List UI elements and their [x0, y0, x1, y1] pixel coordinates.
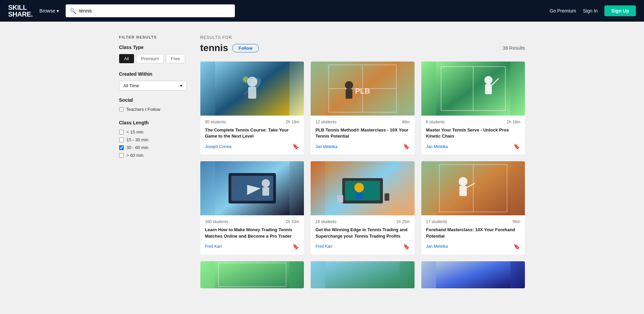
results-header: tennis Follow 38 Results	[200, 43, 525, 53]
course-info-1: 95 students 2h 19m The Complete Tennis C…	[200, 116, 304, 154]
course-card-6[interactable]: 17 students 56m Forehand Masterclass: 10…	[421, 161, 525, 254]
svg-point-33	[459, 177, 467, 186]
social-label: Social	[119, 97, 187, 103]
course-footer-6: Jan Metelka 🔖	[426, 243, 520, 250]
course-card-9[interactable]	[421, 261, 525, 288]
course-author-6[interactable]: Jan Metelka	[426, 244, 448, 249]
course-footer-2: Jan Metelka 🔖	[315, 143, 410, 150]
course-thumbnail-5	[311, 161, 415, 215]
course-info-6: 17 students 56m Forehand Masterclass: 10…	[421, 215, 525, 254]
course-card-4[interactable]: 160 students 2h 33m Learn How to Make Mo…	[200, 161, 304, 254]
course-card-3[interactable]: 6 students 2h 18m Master Your Tennis Ser…	[421, 62, 525, 154]
class-type-buttons: All Premium Free	[119, 54, 187, 63]
course-author-3[interactable]: Jan Metelka	[426, 144, 448, 149]
chevron-down-icon: ▾	[57, 8, 59, 14]
course-duration-3: 2h 18m	[507, 120, 520, 124]
class-type-section: Class Type All Premium Free	[119, 45, 187, 63]
course-card-5[interactable]: 18 students 1h 25m Get the Winning Edge …	[311, 161, 415, 254]
course-meta-6: 17 students 56m	[426, 219, 520, 224]
sign-in-button[interactable]: Sign In	[583, 8, 598, 14]
class-type-all[interactable]: All	[119, 54, 134, 63]
course-meta-3: 6 students 2h 18m	[426, 120, 520, 124]
course-info-4: 160 students 2h 33m Learn How to Make Mo…	[200, 215, 304, 254]
course-duration-1: 2h 19m	[286, 120, 299, 124]
course-author-5[interactable]: Fred Karr	[315, 244, 333, 249]
course-info-5: 18 students 1h 25m Get the Winning Edge …	[311, 215, 415, 254]
bookmark-icon-6[interactable]: 🔖	[513, 243, 520, 250]
bookmark-icon-2[interactable]: 🔖	[403, 143, 410, 150]
class-type-premium[interactable]: Premium	[136, 54, 164, 63]
go-premium-button[interactable]: Go Premium	[550, 8, 576, 14]
teachers-follow-item: Teachers I Follow	[119, 107, 187, 112]
course-students-2: 12 students	[315, 120, 336, 124]
course-duration-4: 2h 33m	[286, 219, 299, 224]
course-thumbnail-8	[311, 261, 415, 288]
chevron-down-icon: ▾	[180, 83, 182, 88]
class-length-15-30-label: 15 - 30 min	[127, 137, 149, 142]
svg-point-2	[247, 77, 257, 87]
search-input[interactable]	[79, 8, 231, 14]
course-duration-5: 1h 25m	[396, 219, 410, 224]
course-thumbnail-4	[200, 161, 304, 215]
course-card-1[interactable]: 🎾 95 students 2h 19m The Complete Tennis…	[200, 62, 304, 154]
course-students-4: 160 students	[205, 219, 228, 224]
svg-point-26	[354, 183, 364, 192]
class-length-section: Class Length < 15 min 15 - 30 min 30 - 6…	[119, 120, 187, 158]
class-length-15-30-checkbox[interactable]	[119, 138, 124, 142]
svg-rect-15	[485, 84, 492, 94]
course-thumbnail-1: 🎾	[200, 62, 304, 116]
course-author-1[interactable]: Joseph Correa	[205, 144, 232, 149]
bookmark-icon-4[interactable]: 🔖	[292, 243, 299, 250]
logo-text: SKILL SHARE.	[8, 4, 33, 18]
course-title-5: Get the Winning Edge in Tennis Trading a…	[315, 227, 410, 239]
class-length-label: Class Length	[119, 120, 187, 125]
follow-button[interactable]: Follow	[232, 44, 259, 52]
class-length-60-label: > 60 min	[127, 153, 143, 158]
results-for-label: RESULTS FOR	[200, 35, 525, 40]
results-count: 38 Results	[503, 45, 525, 51]
course-title-6: Forehand Masterclass: 10X Your Forehand …	[426, 227, 520, 239]
class-length-30-60-checkbox[interactable]	[119, 145, 124, 150]
class-length-15-item: < 15 min	[119, 129, 187, 135]
class-type-free[interactable]: Free	[166, 54, 185, 63]
search-bar: 🔍	[66, 4, 235, 17]
created-within-dropdown[interactable]: All Time ▾	[119, 81, 187, 91]
course-meta-4: 160 students 2h 33m	[205, 219, 299, 224]
bookmark-icon-3[interactable]: 🔖	[513, 143, 520, 150]
sign-up-button[interactable]: Sign Up	[604, 5, 636, 16]
logo: SKILL SHARE.	[8, 4, 33, 18]
course-meta-2: 12 students 48m	[315, 120, 410, 124]
course-card-8[interactable]	[311, 261, 415, 288]
course-thumbnail-6	[421, 161, 525, 215]
course-card-2[interactable]: PLB 12 students 48m PLB Tennis Method® M…	[311, 62, 415, 154]
svg-rect-10	[346, 89, 352, 99]
course-students-3: 6 students	[426, 120, 445, 124]
course-footer-4: Fred Karr 🔖	[205, 243, 299, 250]
course-author-4[interactable]: Fred Karr	[205, 244, 222, 249]
course-footer-1: Joseph Correa 🔖	[205, 143, 299, 150]
svg-rect-39	[436, 261, 510, 288]
teachers-follow-checkbox[interactable]	[119, 107, 124, 112]
course-card-7[interactable]	[200, 261, 304, 288]
svg-rect-22	[262, 187, 269, 196]
main-content: FILTER RESULTS Class Type All Premium Fr…	[119, 22, 525, 302]
course-footer-3: Jan Metelka 🔖	[426, 143, 520, 150]
class-length-15-label: < 15 min	[127, 129, 143, 135]
browse-button[interactable]: Browse ▾	[40, 8, 59, 14]
course-author-2[interactable]: Jan Metelka	[315, 144, 337, 149]
svg-rect-28	[337, 195, 343, 202]
class-length-15-checkbox[interactable]	[119, 130, 124, 135]
svg-text:PLB: PLB	[355, 87, 370, 95]
results-area: RESULTS FOR tennis Follow 38 Results	[200, 35, 525, 288]
social-section: Social Teachers I Follow	[119, 97, 187, 112]
class-length-30-60-item: 30 - 60 min	[119, 145, 187, 150]
course-thumbnail-3	[421, 62, 525, 116]
course-students-5: 18 students	[315, 219, 336, 224]
course-title-3: Master Your Tennis Serve - Unlock Pros K…	[426, 127, 520, 139]
bookmark-icon-5[interactable]: 🔖	[403, 243, 410, 250]
course-thumbnail-9	[421, 261, 525, 288]
class-length-60-checkbox[interactable]	[119, 153, 124, 158]
bookmark-icon-1[interactable]: 🔖	[292, 143, 299, 150]
course-grid: 🎾 95 students 2h 19m The Complete Tennis…	[200, 62, 525, 288]
search-icon: 🔍	[70, 8, 76, 14]
